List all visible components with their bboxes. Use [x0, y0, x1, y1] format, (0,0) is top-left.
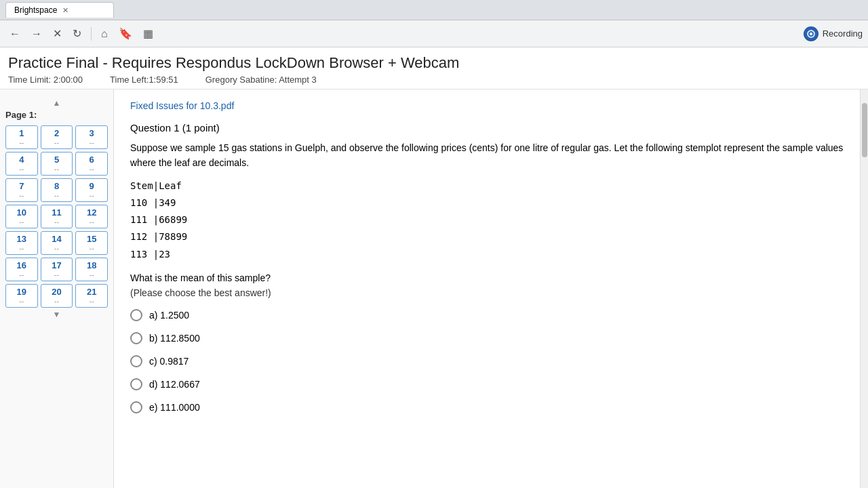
- browser-titlebar: Brightspace ✕: [0, 0, 868, 20]
- option-label: e) 111.0000: [149, 402, 200, 413]
- home-button[interactable]: ⌂: [97, 25, 112, 43]
- answer-options: a) 1.2500b) 112.8500c) 0.9817d) 112.0667…: [130, 309, 844, 413]
- answer-option: a) 1.2500: [130, 309, 844, 321]
- question-nav-item[interactable]: 10--: [5, 205, 38, 228]
- question-nav-item[interactable]: 17--: [41, 258, 73, 281]
- sidebar-scroll-up[interactable]: ▲: [5, 96, 108, 110]
- question-nav-item[interactable]: 18--: [75, 258, 108, 281]
- question-nav-item[interactable]: 15--: [75, 231, 108, 255]
- browser-tab[interactable]: Brightspace ✕: [5, 2, 114, 18]
- close-button[interactable]: ✕: [49, 24, 66, 43]
- question-nav-item[interactable]: 14--: [41, 231, 73, 255]
- tab-title: Brightspace: [14, 5, 57, 15]
- answer-option: d) 112.0667: [130, 378, 844, 390]
- question-nav-item[interactable]: 1--: [5, 125, 38, 149]
- stemplot: Stem|Leaf110 |349111 |66899112 |78899113…: [130, 178, 844, 263]
- toolbar-separator: [91, 27, 92, 41]
- radio-button[interactable]: [130, 378, 142, 390]
- question-nav-item[interactable]: 9--: [75, 178, 108, 202]
- option-label: b) 112.8500: [149, 333, 200, 344]
- question-nav-item[interactable]: 12--: [75, 205, 108, 228]
- option-label: c) 0.9817: [149, 356, 189, 367]
- option-label: a) 1.2500: [149, 310, 189, 321]
- stemplot-row: 111 |66899: [130, 211, 844, 228]
- reload-button[interactable]: ↻: [68, 24, 85, 43]
- stemplot-row: 113 |23: [130, 246, 844, 263]
- question-nav-item[interactable]: 8--: [41, 178, 73, 202]
- question-nav-item[interactable]: 16--: [5, 258, 38, 281]
- radio-button[interactable]: [130, 355, 142, 367]
- sidebar-label: Page 1:: [5, 110, 108, 120]
- radio-button[interactable]: [130, 332, 142, 344]
- answer-option: c) 0.9817: [130, 355, 844, 367]
- radio-button[interactable]: [130, 309, 142, 321]
- answer-option: e) 111.0000: [130, 401, 844, 413]
- question-nav-item[interactable]: 13--: [5, 231, 38, 255]
- pdf-link[interactable]: Fixed Issues for 10.3.pdf: [130, 100, 844, 111]
- recording-label: Recording: [823, 28, 863, 39]
- recording-area: Recording: [804, 26, 863, 41]
- attempt-info: Gregory Sabatine: Attempt 3: [205, 75, 317, 85]
- stemplot-row: 110 |349: [130, 195, 844, 211]
- stemplot-header: Stem|Leaf: [130, 178, 844, 195]
- quiz-area: Fixed Issues for 10.3.pdf Question 1 (1 …: [114, 89, 860, 488]
- question-nav-item[interactable]: 7--: [5, 178, 38, 202]
- question-header: Question 1 (1 point): [130, 122, 844, 134]
- answer-option: b) 112.8500: [130, 332, 844, 344]
- back-button[interactable]: ←: [5, 25, 24, 43]
- time-left: Time Left:1:59:51: [110, 75, 178, 85]
- question-grid: 1--2--3--4--5--6--7--8--9--10--11--12--1…: [5, 125, 108, 308]
- question-note: (Please choose the best answer!): [130, 287, 844, 298]
- question-nav-item[interactable]: 11--: [41, 205, 73, 228]
- question-nav-item[interactable]: 19--: [5, 284, 38, 308]
- option-label: d) 112.0667: [149, 379, 200, 390]
- sidebar-scroll-down[interactable]: ▼: [5, 308, 108, 321]
- bookmark-button[interactable]: 🔖: [115, 24, 136, 43]
- question-nav-item[interactable]: 4--: [5, 152, 38, 176]
- stemplot-row: 112 |78899: [130, 228, 844, 245]
- question-nav-item[interactable]: 6--: [75, 152, 108, 176]
- page-meta: Time Limit: 2:00:00 Time Left:1:59:51 Gr…: [8, 75, 860, 85]
- recording-icon: [804, 26, 818, 41]
- tab-close-button[interactable]: ✕: [62, 6, 68, 15]
- question-body: Suppose we sample 15 gas stations in Gue…: [130, 140, 844, 263]
- right-scrollbar[interactable]: [860, 89, 868, 488]
- content-wrapper: ▲ Page 1: 1--2--3--4--5--6--7--8--9--10-…: [0, 89, 868, 488]
- svg-point-1: [810, 33, 812, 35]
- page-main-title: Practice Final - Requires Respondus Lock…: [8, 54, 860, 72]
- forward-button[interactable]: →: [27, 25, 46, 43]
- page-title-bar: Practice Final - Requires Respondus Lock…: [0, 47, 868, 89]
- scroll-thumb: [862, 103, 867, 157]
- question-nav-item[interactable]: 20--: [41, 284, 73, 308]
- question-nav-item[interactable]: 2--: [41, 125, 73, 149]
- question-nav-item[interactable]: 5--: [41, 152, 73, 176]
- radio-button[interactable]: [130, 401, 142, 413]
- question-prompt: What is the mean of this sample?: [130, 272, 844, 283]
- calculator-button[interactable]: ▦: [139, 24, 157, 43]
- question-number: Question 1: [130, 122, 180, 134]
- question-nav-item[interactable]: 3--: [75, 125, 108, 149]
- question-nav-item[interactable]: 21--: [75, 284, 108, 308]
- browser-toolbar: ← → ✕ ↻ ⌂ 🔖 ▦ Recording: [0, 20, 868, 47]
- question-points: (1 point): [182, 122, 220, 134]
- question-text: Suppose we sample 15 gas stations in Gue…: [130, 140, 844, 171]
- time-limit: Time Limit: 2:00:00: [8, 75, 83, 85]
- question-sidebar: ▲ Page 1: 1--2--3--4--5--6--7--8--9--10-…: [0, 89, 114, 488]
